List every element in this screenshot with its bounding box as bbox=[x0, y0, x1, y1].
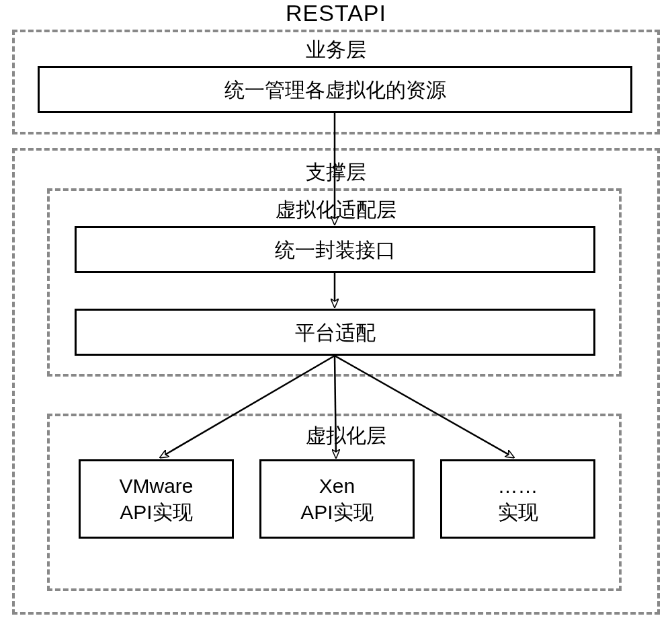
diagram-canvas: RESTAPI 业务层 统一管理各虚拟化的资源 支撑层 虚拟化适配层 统一封装接… bbox=[0, 0, 672, 618]
unified-management-box: 统一管理各虚拟化的资源 bbox=[38, 66, 632, 113]
xen-api-box: Xen API实现 bbox=[259, 459, 415, 539]
other-line1: …… bbox=[498, 473, 538, 499]
diagram-title: RESTAPI bbox=[0, 0, 672, 26]
other-line2: 实现 bbox=[498, 499, 538, 525]
business-layer-label: 业务层 bbox=[289, 36, 383, 64]
other-api-box: …… 实现 bbox=[440, 459, 595, 539]
vmware-line1: VMware bbox=[119, 473, 193, 499]
platform-adapter-text: 平台适配 bbox=[295, 319, 376, 346]
support-layer-label: 支撑层 bbox=[289, 159, 383, 186]
virtualization-layer-label: 虚拟化层 bbox=[292, 422, 400, 450]
xen-line1: Xen bbox=[319, 473, 355, 499]
unified-management-text: 统一管理各虚拟化的资源 bbox=[224, 77, 446, 103]
vmware-api-box: VMware API实现 bbox=[79, 459, 234, 539]
adapter-layer-label: 虚拟化适配层 bbox=[269, 196, 403, 224]
unified-interface-text: 统一封装接口 bbox=[275, 237, 396, 263]
platform-adapter-box: 平台适配 bbox=[75, 309, 595, 356]
unified-interface-box: 统一封装接口 bbox=[75, 226, 595, 273]
vmware-line2: API实现 bbox=[120, 499, 192, 525]
xen-line2: API实现 bbox=[300, 499, 373, 525]
